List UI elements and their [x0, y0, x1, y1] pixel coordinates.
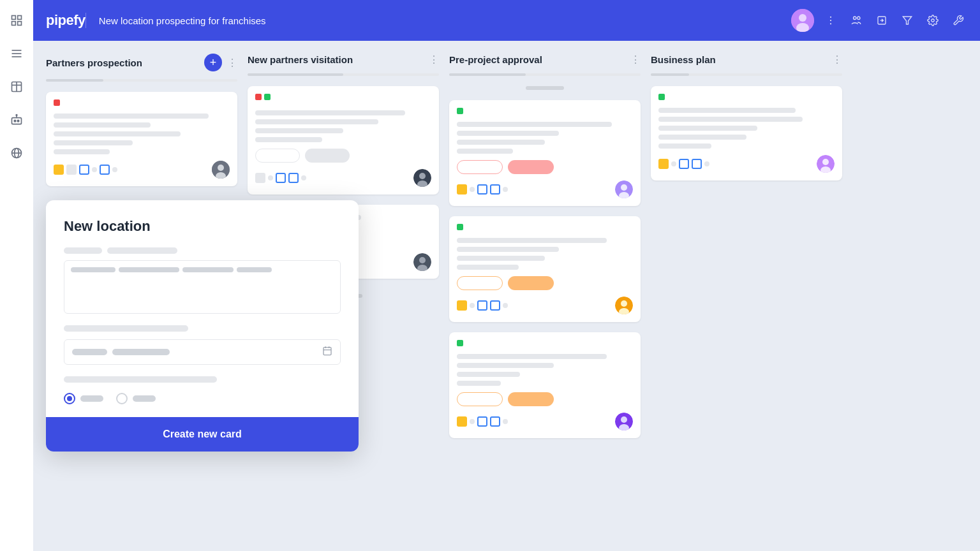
field-label-skeleton: [64, 247, 102, 254]
date-placeholder: [112, 349, 170, 355]
textarea-skeleton: [182, 267, 234, 272]
svg-point-12: [17, 120, 19, 122]
svg-rect-2: [12, 22, 16, 26]
main-content: pipefy New location prospecting for fran…: [33, 0, 980, 551]
filter-icon[interactable]: [898, 11, 916, 29]
radio-label-skeleton: [133, 395, 156, 402]
field-label-skeleton: [107, 247, 177, 254]
svg-point-14: [16, 115, 17, 116]
calendar-icon: [322, 346, 332, 358]
create-card-label: Create new card: [163, 429, 242, 440]
sidebar-item-bot[interactable]: [6, 110, 27, 130]
svg-point-19: [799, 14, 806, 22]
export-icon[interactable]: [873, 11, 891, 29]
svg-point-25: [858, 17, 861, 20]
radio-option-1[interactable]: [64, 393, 103, 404]
radio-option-2[interactable]: [116, 393, 156, 404]
radio-options: [64, 393, 341, 404]
topbar-divider: [85, 13, 86, 28]
svg-rect-3: [18, 22, 22, 26]
radio-filled-icon: [64, 393, 75, 404]
svg-point-22: [830, 20, 831, 21]
sidebar-item-list[interactable]: [6, 43, 27, 64]
sidebar-item-table[interactable]: [6, 77, 27, 97]
radio-empty-icon: [116, 393, 128, 404]
svg-point-11: [14, 120, 16, 122]
sidebar: [0, 0, 33, 551]
page-title: New location prospecting for franchises: [99, 15, 791, 26]
topbar-actions: [791, 9, 967, 32]
modal-body: New location: [46, 200, 359, 417]
date-placeholder: [72, 349, 107, 355]
radio-inner: [67, 396, 72, 401]
board-area: Partners prospection + ⋮: [33, 41, 980, 551]
sidebar-item-grid[interactable]: [6, 10, 27, 31]
svg-marker-28: [903, 17, 912, 24]
modal-textarea-container: [64, 260, 341, 314]
radio-field-label: [64, 376, 217, 383]
svg-point-29: [932, 19, 935, 22]
modal-title: New location: [64, 218, 341, 235]
svg-point-21: [830, 17, 831, 18]
svg-rect-51: [323, 348, 331, 355]
svg-point-23: [830, 23, 831, 24]
radio-label-skeleton: [80, 395, 103, 402]
svg-rect-1: [18, 16, 22, 20]
textarea-skeleton: [237, 267, 272, 272]
textarea-skeleton: [71, 267, 115, 272]
wrench-icon[interactable]: [949, 11, 967, 29]
pipefy-logo: pipefy: [46, 12, 85, 29]
svg-point-24: [854, 17, 857, 20]
field-label-skeleton: [64, 325, 188, 332]
create-card-button[interactable]: Create new card: [46, 417, 359, 452]
modal-overlay: New location: [33, 41, 980, 551]
team-icon[interactable]: [847, 11, 865, 29]
settings-icon[interactable]: [924, 11, 942, 29]
sidebar-item-globe[interactable]: [6, 143, 27, 163]
svg-rect-10: [12, 118, 22, 124]
date-input[interactable]: [64, 339, 341, 365]
more-options-icon[interactable]: [822, 11, 840, 29]
user-avatar[interactable]: [791, 9, 814, 32]
svg-rect-0: [12, 16, 16, 20]
topbar: pipefy New location prospecting for fran…: [33, 0, 980, 41]
textarea-skeleton: [119, 267, 179, 272]
new-card-modal: New location: [46, 200, 359, 452]
